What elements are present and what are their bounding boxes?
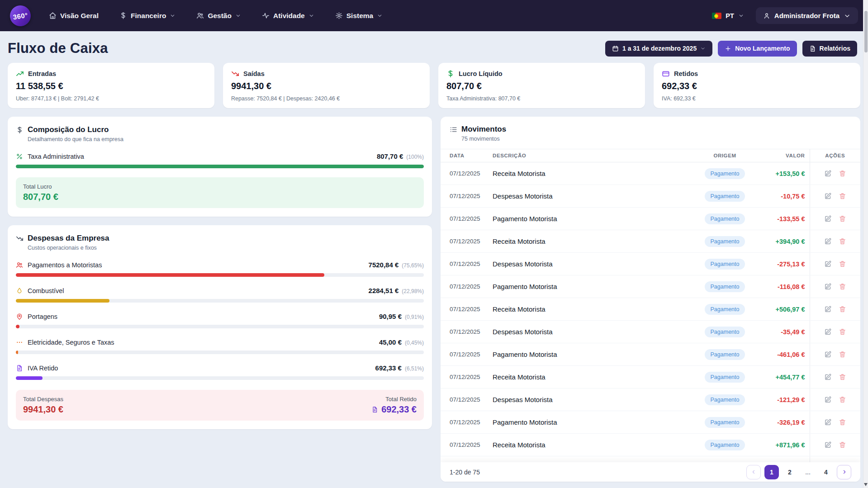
trash-icon[interactable]	[839, 260, 846, 268]
nav-item-visao-geral[interactable]: Visão Geral	[49, 12, 99, 20]
scrollbar-thumb[interactable]	[864, 11, 868, 52]
nav-item-atividade[interactable]: Atividade	[262, 12, 314, 20]
row-date: 07/12/2025	[441, 185, 488, 208]
origin-badge: Pagamento	[705, 236, 745, 247]
bar-item-eletricidade-seguros-e-taxas: Eletricidade, Seguros e Taxas45,00 €(0,4…	[16, 338, 424, 354]
page-button-1[interactable]: 1	[764, 465, 779, 479]
row-date: 07/12/2025	[441, 230, 488, 253]
trash-icon[interactable]	[839, 373, 846, 381]
movements-count: 75 movimentos	[461, 136, 506, 142]
bar-item-pagamentos-a-motoristas: Pagamentos a Motoristas7520,84 €(75,65%)	[16, 261, 424, 277]
progress-track	[16, 165, 424, 168]
trash-icon[interactable]	[839, 396, 846, 403]
reports-button[interactable]: Relatórios	[802, 41, 857, 57]
users-icon	[16, 261, 23, 269]
edit-icon[interactable]	[824, 260, 832, 268]
row-description: Despesas Motorista	[488, 321, 697, 343]
progress-fill	[16, 165, 424, 168]
trash-icon[interactable]	[839, 418, 846, 426]
edit-icon[interactable]	[824, 283, 832, 290]
trash-icon[interactable]	[839, 328, 846, 336]
bar-item-label: IVA Retido	[28, 365, 58, 372]
user-menu[interactable]: Administrador Frota	[756, 7, 858, 24]
total-expenses-value: 9941,30 €	[23, 404, 63, 415]
language-selector[interactable]: PT	[712, 12, 744, 19]
expense-items: Pagamentos a Motoristas7520,84 €(75,65%)…	[16, 261, 424, 380]
edit-icon[interactable]	[824, 305, 832, 313]
card-label: Lucro Líquido	[459, 70, 503, 77]
row-value: -121,29 €	[777, 396, 805, 403]
edit-icon[interactable]	[824, 328, 832, 336]
trash-icon[interactable]	[839, 441, 846, 449]
app-logo[interactable]: 360°	[9, 4, 32, 28]
edit-icon[interactable]	[824, 373, 832, 381]
card-subtitle: Uber: 8747,13 € | Bolt: 2791,42 €	[16, 95, 206, 102]
bar-item-percent: (6,51%)	[405, 365, 424, 372]
origin-badge: Pagamento	[705, 327, 745, 337]
trash-icon[interactable]	[839, 283, 846, 290]
wallet-icon	[662, 70, 670, 78]
edit-icon[interactable]	[824, 396, 832, 403]
chevron-down-icon	[235, 13, 241, 19]
page-button-2[interactable]: 2	[783, 465, 797, 479]
table-header-row: DATADESCRIÇÃOORIGEMVALORAÇÕES	[441, 149, 860, 162]
progress-track	[16, 273, 424, 277]
edit-icon[interactable]	[824, 418, 832, 426]
trash-icon[interactable]	[839, 305, 846, 313]
edit-icon[interactable]	[824, 192, 832, 200]
nav-item-gestao[interactable]: Gestão	[196, 12, 241, 20]
date-range-button[interactable]: 1 a 31 de dezembro 2025	[605, 41, 712, 57]
bar-item-percent: (0,45%)	[405, 340, 424, 346]
row-description: Pagamento Motorista	[488, 275, 697, 298]
card-value: 807,70 €	[446, 81, 637, 91]
droplet-icon	[16, 287, 23, 294]
trend-down-icon	[16, 235, 24, 242]
prev-page-button[interactable]	[746, 465, 761, 479]
table-row: 07/12/2025Pagamento MotoristaPagamento-1…	[441, 275, 860, 298]
progress-fill	[16, 325, 19, 328]
card-value: 11 538,55 €	[16, 81, 206, 91]
profit-items: Taxa Administrativa807,70 €(100%)	[16, 152, 424, 168]
trash-icon[interactable]	[839, 351, 846, 358]
edit-icon[interactable]	[824, 351, 832, 358]
row-description: Pagamento Motorista	[488, 411, 697, 434]
row-date: 07/12/2025	[441, 411, 488, 434]
origin-badge: Pagamento	[705, 213, 745, 224]
row-description: Despesas Motorista	[488, 389, 697, 411]
summary-card-retidos: Retidos692,33 €IVA: 692,33 €	[654, 63, 860, 108]
row-date: 07/12/2025	[441, 343, 488, 366]
new-entry-button[interactable]: Novo Lançamento	[718, 41, 797, 57]
chevron-down-icon	[170, 13, 175, 19]
nav-item-label: Gestão	[208, 12, 232, 20]
nav-item-sistema[interactable]: Sistema	[335, 12, 383, 20]
chevron-down-icon	[700, 46, 706, 51]
bar-item-value: 45,00 €	[379, 338, 402, 346]
column-header-descricao: DESCRIÇÃO	[488, 149, 697, 162]
trash-icon[interactable]	[839, 192, 846, 200]
edit-icon[interactable]	[824, 215, 832, 223]
percent-icon	[16, 153, 23, 160]
row-description: Receita Motorista	[488, 162, 697, 185]
edit-icon[interactable]	[824, 170, 832, 177]
language-label: PT	[726, 12, 734, 19]
card-subtitle: IVA: 692,33 €	[662, 95, 852, 102]
edit-icon[interactable]	[824, 237, 832, 245]
total-profit-value: 807,70 €	[23, 192, 417, 202]
scrollbar-down-arrow[interactable]	[864, 483, 868, 486]
scrollbar[interactable]	[863, 0, 868, 488]
row-description: Receita Motorista	[488, 434, 697, 456]
origin-badge: Pagamento	[705, 281, 745, 292]
table-row: 07/12/2025Despesas MotoristaPagamento-35…	[441, 321, 860, 343]
date-range-label: 1 a 31 de dezembro 2025	[622, 45, 697, 52]
edit-icon[interactable]	[824, 441, 832, 449]
page-button-4[interactable]: 4	[819, 465, 833, 479]
trash-icon[interactable]	[839, 237, 846, 245]
trash-icon[interactable]	[839, 170, 846, 177]
trash-icon[interactable]	[839, 215, 846, 223]
profit-panel-title: Composição do Lucro	[28, 125, 123, 134]
table-row: 07/12/2025Receita MotoristaPagamento+394…	[441, 230, 860, 253]
nav-item-financeiro[interactable]: Financeiro	[119, 12, 175, 20]
origin-badge: Pagamento	[705, 440, 745, 450]
next-page-button[interactable]	[837, 465, 851, 479]
row-description: Receita Motorista	[488, 230, 697, 253]
